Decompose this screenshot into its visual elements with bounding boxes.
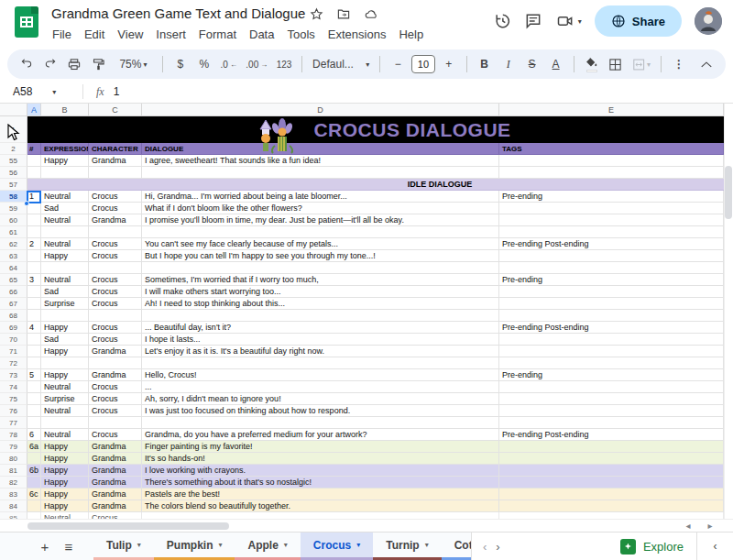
cell-D84[interactable]: The colors blend so beautifully together… — [142, 500, 499, 512]
row-header-80[interactable]: 80 — [0, 453, 27, 465]
cell-B79[interactable]: Happy — [41, 441, 89, 453]
paint-format-icon[interactable] — [88, 53, 108, 75]
menu-extensions[interactable]: Extensions — [322, 26, 393, 43]
cell-A63[interactable] — [27, 250, 41, 262]
cell-B66[interactable]: Sad — [41, 286, 89, 298]
cell-B84[interactable]: Happy — [41, 500, 89, 512]
cell-B60[interactable]: Neutral — [41, 214, 89, 226]
cell-B75[interactable]: Surprise — [41, 393, 89, 405]
tab-menu-caret-icon[interactable]: ▾ — [284, 541, 288, 549]
cell-D70[interactable]: I hope it lasts... — [142, 334, 499, 346]
cell-A56[interactable] — [27, 167, 41, 179]
section-banner-row[interactable]: IDLE DIALOGUE — [27, 179, 724, 191]
cell-B65[interactable]: Neutral — [41, 274, 89, 286]
cell-D63[interactable]: But I hope you can tell I'm happy to see… — [142, 250, 499, 262]
row-header-56[interactable]: 56 — [0, 167, 27, 179]
cell-C63[interactable]: Crocus — [89, 250, 142, 262]
cell-A79[interactable]: 6a — [27, 441, 41, 453]
more-formats-button[interactable]: 123 — [274, 53, 294, 75]
row-header-81[interactable]: 81 — [0, 465, 27, 477]
share-button[interactable]: Share — [595, 5, 682, 37]
move-folder-icon[interactable] — [336, 7, 351, 21]
vertical-scrollbar[interactable] — [724, 104, 733, 519]
font-family-select[interactable]: Defaul... ▾ — [310, 53, 372, 75]
tab-menu-caret-icon[interactable]: ▾ — [218, 541, 222, 549]
select-all-corner[interactable] — [0, 104, 27, 115]
tab-menu-caret-icon[interactable]: ▾ — [425, 541, 429, 549]
camera-caret-icon[interactable]: ▾ — [578, 17, 582, 26]
row-header-61[interactable]: 61 — [0, 226, 27, 238]
cell-C74[interactable]: Crocus — [89, 381, 142, 393]
row-header-77[interactable]: 77 — [0, 417, 27, 429]
cell-A61[interactable] — [27, 226, 41, 238]
cell-C70[interactable]: Crocus — [89, 334, 142, 346]
cell-A59[interactable] — [27, 203, 41, 214]
cell-C81[interactable]: Grandma — [89, 465, 142, 477]
vertical-scrollbar-thumb[interactable] — [725, 166, 732, 219]
cell-C80[interactable]: Grandma — [89, 453, 142, 465]
cell-C67[interactable]: Crocus — [89, 298, 142, 310]
cell-C77[interactable] — [89, 417, 142, 429]
cell-E59[interactable] — [499, 203, 724, 214]
cell-B80[interactable]: Happy — [41, 453, 89, 465]
menu-file[interactable]: File — [46, 26, 78, 43]
text-color-button[interactable]: A — [546, 53, 566, 75]
all-sheets-button[interactable]: ≡ — [57, 533, 81, 560]
column-header-b[interactable]: B — [41, 104, 89, 115]
cell-D60[interactable]: I promise you'll bloom in time, my dear.… — [142, 214, 499, 226]
format-percent-button[interactable]: % — [194, 53, 214, 75]
cell-D74[interactable]: ... — [142, 381, 499, 393]
cell-B82[interactable]: Happy — [41, 477, 89, 489]
cell-E63[interactable] — [499, 250, 724, 262]
cell-C60[interactable]: Grandma — [89, 214, 142, 226]
cell-E82[interactable] — [499, 477, 724, 489]
cell-D58[interactable]: Hi, Grandma... I'm worried about being a… — [142, 191, 499, 203]
row-header-62[interactable]: 62 — [0, 238, 27, 250]
cell-A76[interactable] — [27, 405, 41, 417]
cell-B76[interactable]: Neutral — [41, 405, 89, 417]
cell-D77[interactable] — [142, 417, 499, 429]
cell-D56[interactable] — [142, 167, 499, 179]
menu-format[interactable]: Format — [192, 26, 243, 43]
cell-C56[interactable] — [89, 167, 142, 179]
font-size-input[interactable]: 10 — [411, 55, 434, 73]
cell-B70[interactable]: Sad — [41, 334, 89, 346]
cell-D69[interactable]: ... Beautiful day, isn't it? — [142, 322, 499, 334]
side-panel-collapse-icon[interactable]: ‹ — [696, 533, 733, 560]
cell-B64[interactable] — [41, 262, 89, 274]
format-currency-button[interactable]: $ — [170, 53, 191, 75]
cell-E74[interactable] — [499, 381, 724, 393]
cell-E62[interactable]: Pre-ending Post-ending — [499, 238, 724, 250]
increase-decimal-button[interactable]: .00→ — [244, 53, 270, 75]
cell-E77[interactable] — [499, 417, 724, 429]
cell-A71[interactable] — [27, 346, 41, 357]
menu-edit[interactable]: Edit — [78, 26, 111, 43]
cell-D81[interactable]: I love working with crayons. — [142, 465, 499, 477]
tabs-scroll-left-icon[interactable]: ‹ — [483, 540, 487, 554]
row-header-64[interactable]: 64 — [0, 262, 27, 274]
cell-B71[interactable]: Happy — [41, 346, 89, 357]
row-header-75[interactable]: 75 — [0, 393, 27, 405]
cell-E61[interactable] — [499, 226, 724, 238]
version-history-icon[interactable] — [493, 12, 511, 30]
cell-C65[interactable]: Crocus — [89, 274, 142, 286]
cell-E85[interactable] — [499, 512, 724, 519]
column-header-c[interactable]: C — [89, 104, 142, 115]
cell-E78[interactable]: Pre-ending Post-ending — [499, 429, 724, 441]
cell-E76[interactable] — [499, 405, 724, 417]
cell-C64[interactable] — [89, 262, 142, 274]
italic-button[interactable]: I — [498, 53, 519, 75]
cell-B55[interactable]: Happy — [41, 155, 89, 167]
cell-A72[interactable] — [27, 357, 41, 369]
row-header-73[interactable]: 73 — [0, 369, 27, 381]
cell-A85[interactable] — [27, 512, 41, 519]
decrease-font-size-button[interactable]: − — [388, 53, 408, 75]
row-header-65[interactable]: 65 — [0, 274, 27, 286]
menu-insert[interactable]: Insert — [149, 26, 192, 43]
more-toolbar-button[interactable]: ⋮ — [669, 53, 689, 75]
cell-A81[interactable]: 6b — [27, 465, 41, 477]
menu-tools[interactable]: Tools — [280, 26, 321, 43]
cell-B85[interactable]: Neutral — [41, 512, 89, 519]
cell-A75[interactable] — [27, 393, 41, 405]
cell-C76[interactable]: Crocus — [89, 405, 142, 417]
